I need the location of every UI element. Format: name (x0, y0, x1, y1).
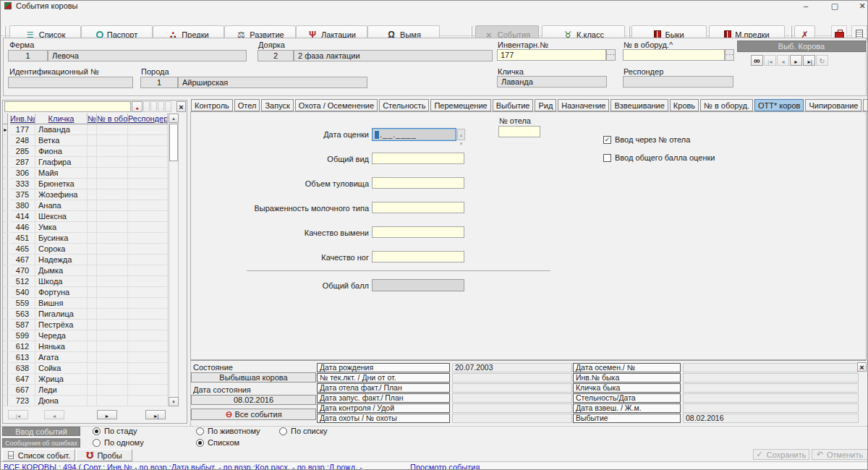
cow-nav-first-icon[interactable] (764, 55, 776, 66)
cow-row[interactable]: 612Нянька (3, 341, 166, 352)
search-close-icon[interactable] (176, 101, 186, 112)
minimize-button[interactable]: – (795, 1, 817, 12)
events-list-button[interactable]: Список событ. (2, 449, 75, 461)
inventory-lookup-button[interactable]: ··· (606, 49, 616, 61)
samples-button[interactable]: Пробы (76, 449, 132, 461)
cow-row[interactable]: 287Глафира (3, 157, 166, 168)
cow-row[interactable]: 375Жозефина (3, 189, 166, 200)
cow-nav-prior-icon[interactable] (777, 55, 789, 66)
all-events-button[interactable]: Все события (191, 409, 316, 420)
cow-row[interactable]: 599Череда (3, 330, 166, 341)
field-input-Качество ног[interactable] (372, 251, 464, 262)
cow-row[interactable]: 512Шкода (3, 276, 166, 287)
radio-По списку[interactable]: По списку (279, 427, 328, 435)
tab-Назначение[interactable]: Назначение (558, 99, 609, 111)
select-cow-button[interactable]: Выб. Корова (737, 40, 866, 52)
radio-По стаду[interactable]: По стаду (93, 427, 137, 435)
field-input-Объем туловища[interactable] (372, 177, 464, 189)
tab-Регистрация[interactable]: Регистрация (863, 99, 868, 111)
close-button[interactable]: ✕ (851, 1, 868, 12)
tab-Перемещение[interactable]: Перемещение (430, 99, 490, 111)
cow-row[interactable]: 285Фиона (3, 146, 166, 157)
tab-Выбытие[interactable]: Выбытие (493, 99, 534, 111)
cow-row[interactable]: 587Пестрёха (3, 320, 166, 330)
cow-row[interactable]: 470Дымка (3, 265, 166, 276)
tab-Охота / Осеменение[interactable]: Охота / Осеменение (295, 99, 378, 111)
cow-row[interactable]: 638Сойка (3, 363, 166, 374)
cow-nav-next-icon[interactable] (790, 55, 802, 66)
cow-row[interactable]: 559Вишня (3, 298, 166, 309)
cow-row[interactable]: 465Сорока (3, 244, 166, 255)
cow-row[interactable]: 723Дюна (3, 396, 166, 406)
checkbox-Ввод через № отела[interactable]: ✓Ввод через № отела (603, 135, 690, 144)
search-mini-icon[interactable] (165, 101, 171, 112)
info-label: № тек.лкт. / Дни от от. (317, 373, 450, 383)
radio-Списком[interactable]: Списком (196, 438, 239, 447)
equipment-number-input[interactable] (623, 49, 725, 61)
cow-row[interactable]: 414Шексна (3, 211, 166, 222)
equipment-lookup-button[interactable]: ··· (725, 49, 734, 61)
radio-По животному[interactable]: По животному (196, 427, 260, 435)
cow-row[interactable]: 306Майя (3, 168, 166, 179)
scrollbar-thumb[interactable] (169, 124, 178, 161)
cow-row[interactable]: 563Пигалица (3, 309, 166, 320)
cow-cell: Майя (35, 168, 88, 179)
cow-search-input[interactable] (4, 101, 131, 112)
tab-Рид[interactable]: Рид (535, 99, 556, 111)
column-header-№ в обо[interactable]: № в обо (97, 114, 128, 124)
tab-Отел[interactable]: Отел (234, 99, 260, 111)
tab-Контроль[interactable]: Контроль (191, 99, 233, 111)
date-spinner[interactable] (457, 129, 465, 140)
column-header-Респондер[interactable]: Респондер (128, 114, 168, 124)
tab-Чипирование[interactable]: Чипирование (805, 99, 861, 111)
tab-№ в оборуд.[interactable]: № в оборуд. (700, 99, 753, 111)
column-header-Инв.№[interactable]: Инв.№ (10, 114, 35, 124)
cow-row[interactable]: 333Брюнетка (3, 179, 166, 189)
tab-Запуск[interactable]: Запуск (261, 99, 293, 111)
field-input-Качество вымени[interactable] (372, 226, 464, 238)
search-mini-icon[interactable] (158, 101, 164, 112)
list-nav-last-icon[interactable] (145, 410, 166, 419)
column-header-№[interactable]: № (88, 114, 97, 124)
cancel-button[interactable]: Отменить (812, 449, 868, 460)
maximize-button[interactable]: ▢ (824, 1, 846, 12)
calving-number-input[interactable] (498, 126, 540, 137)
radio-По одному[interactable]: По одному (93, 438, 144, 447)
tab-Взвешивание[interactable]: Взвешивание (610, 99, 668, 111)
tab-Кровь[interactable]: Кровь (670, 99, 699, 111)
save-button[interactable]: Сохранить (753, 449, 809, 460)
cow-nav-last-icon[interactable] (803, 55, 815, 66)
cow-row[interactable]: ►177Лаванда (3, 124, 166, 135)
cow-row[interactable]: 248Ветка (3, 135, 166, 146)
cow-row[interactable]: 380Анапа (3, 200, 166, 211)
cow-cell (128, 244, 168, 255)
cow-row[interactable]: 667Леди (3, 385, 166, 396)
checkbox-Ввод общего балла оценки[interactable]: Ввод общего балла оценки (603, 153, 715, 162)
cow-row[interactable]: 446Умка (3, 222, 166, 233)
field-input-Выраженность молочного типа[interactable] (372, 202, 464, 213)
search-mini-icon[interactable] (150, 101, 157, 112)
field-input-Общий вид[interactable] (372, 153, 464, 164)
cow-row[interactable]: 451Бусинка (3, 233, 166, 244)
inventory-number-input[interactable]: 177 (497, 49, 606, 61)
search-red-dot-icon[interactable] (132, 101, 142, 112)
cow-nav-binoculars-icon[interactable] (751, 55, 763, 66)
column-header-Кличка[interactable]: Кличка (35, 114, 88, 124)
breed-label: Порода (141, 67, 169, 76)
search-mini-icon[interactable] (143, 101, 150, 112)
tab-Стельность[interactable]: Стельность (379, 99, 429, 111)
cow-row[interactable]: 613Агата (3, 352, 166, 363)
cow-row[interactable]: 647Жрица (3, 374, 166, 385)
cow-nav-refresh-icon[interactable] (816, 55, 828, 66)
tab-ОТТ* коров[interactable]: ОТТ* коров (754, 99, 804, 111)
cow-row[interactable]: 467Надежда (3, 255, 166, 265)
evaluation-date-input[interactable]: .__.____ (372, 128, 456, 141)
cow-row[interactable]: 540Фортуна (3, 287, 166, 298)
list-nav-first-icon[interactable] (8, 410, 28, 419)
list-nav-prior-icon[interactable] (44, 410, 64, 419)
list-nav-next-icon[interactable] (97, 410, 117, 419)
cow-cell (88, 298, 97, 309)
info-close-button[interactable] (857, 362, 867, 372)
scroll-up-icon[interactable] (169, 114, 179, 123)
scroll-down-icon[interactable] (169, 397, 179, 406)
